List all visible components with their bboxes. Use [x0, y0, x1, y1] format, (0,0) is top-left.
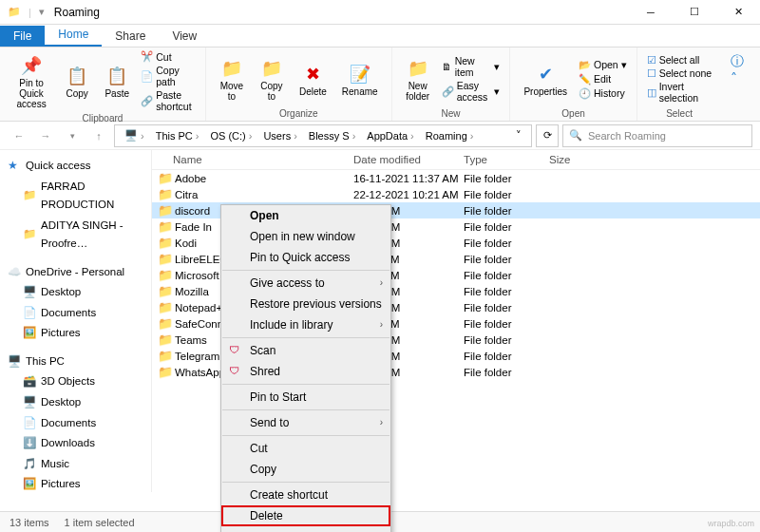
easyaccess-icon: 🔗 [442, 86, 454, 98]
nav-thispc[interactable]: 🖥️This PC [4, 352, 147, 372]
ctx-rename[interactable]: Rename [221, 526, 390, 532]
nav-pane: ★Quick access 📁FARRAD PRODUCTION 📁ADITYA… [0, 150, 152, 492]
star-icon: ★ [8, 157, 21, 176]
nav-onedrive[interactable]: ☁️OneDrive - Personal [4, 262, 147, 283]
copy-button[interactable]: 📋Copy [59, 49, 95, 113]
ctx-pin-start[interactable]: Pin to Start [221, 387, 390, 408]
shield-icon: 🛡 [229, 365, 239, 376]
newfolder-button[interactable]: 📁New folder [400, 49, 436, 108]
nav-downloads[interactable]: ⬇️Downloads [4, 433, 147, 454]
nav-recent[interactable]: ▾ [61, 124, 84, 147]
copy-path-button[interactable]: 📄Copy path [139, 64, 198, 88]
cut-button[interactable]: ✂️Cut [139, 49, 198, 64]
column-headers[interactable]: Name Date modified Type Size [152, 150, 760, 170]
folder-icon: 📁 [158, 300, 173, 314]
nav-back[interactable]: ← [8, 124, 30, 147]
nav-pictures[interactable]: 🖼️Pictures [4, 474, 147, 492]
nav-3d-objects[interactable]: 🗃️3D Objects [4, 371, 147, 392]
col-modified[interactable]: Date modified [353, 154, 464, 165]
newitem-button[interactable]: 🗎New item ▾ [440, 54, 503, 79]
breadcrumb-segment[interactable]: This PC › [150, 128, 205, 143]
nav-pictures[interactable]: 🖼️Pictures [4, 323, 147, 344]
ctx-include[interactable]: Include in library› [221, 314, 390, 335]
ribbon-help-button[interactable]: ⓘ ˄ [721, 48, 760, 121]
search-input[interactable]: 🔍Search Roaming [562, 124, 752, 147]
ctx-cut[interactable]: Cut [221, 438, 390, 459]
breadcrumb-segment[interactable]: Roaming › [420, 128, 480, 143]
folder-icon: 📁 [158, 316, 173, 331]
breadcrumb-segment[interactable]: OS (C:) › [204, 128, 257, 143]
nav-up[interactable]: ↑ [87, 124, 110, 147]
chevron-right-icon: › [380, 319, 383, 330]
qat-dropdown[interactable]: ▾ [39, 6, 54, 18]
breadcrumb-dropdown[interactable]: ˅ [510, 127, 527, 143]
ctx-new-window[interactable]: Open in new window [221, 226, 390, 247]
folder-icon: 📁 [158, 332, 173, 347]
ribbon: 📌Pin to Quick access 📋Copy 📋Paste ✂️Cut … [0, 48, 760, 122]
shield-icon: 🛡 [229, 344, 239, 355]
folder-icon: 📁 [158, 219, 173, 234]
col-name[interactable]: Name [173, 154, 353, 165]
ctx-shred[interactable]: 🛡Shred [221, 361, 390, 382]
ctx-restore[interactable]: Restore previous versions [221, 294, 390, 314]
rename-button[interactable]: 📝Rename [336, 49, 384, 108]
paste-button[interactable]: 📋Paste [99, 49, 135, 113]
moveto-button[interactable]: 📁Move to [214, 49, 250, 108]
edit-button[interactable]: ✏️Edit [577, 72, 629, 86]
context-menu: Open Open in new window Pin to Quick acc… [220, 204, 391, 532]
ctx-shortcut[interactable]: Create shortcut [221, 484, 390, 505]
status-count: 13 items [10, 517, 49, 528]
nav-desktop[interactable]: 🖥️Desktop [4, 282, 147, 303]
ribbon-clipboard: 📌Pin to Quick access 📋Copy 📋Paste ✂️Cut … [0, 48, 206, 121]
addressbar: ← → ▾ ↑ 🖥️ › This PC ›OS (C:) ›Users ›Bl… [0, 122, 760, 150]
selectnone-button[interactable]: ☐Select none [645, 66, 714, 80]
breadcrumb[interactable]: 🖥️ › This PC ›OS (C:) ›Users ›Blessy S ›… [114, 124, 532, 147]
col-type[interactable]: Type [464, 154, 549, 165]
ctx-copy[interactable]: Copy [221, 459, 390, 480]
nav-desktop[interactable]: 🖥️Desktop [4, 392, 147, 413]
breadcrumb-segment[interactable]: Users › [257, 128, 302, 143]
tab-home[interactable]: Home [45, 24, 102, 47]
nav-forward[interactable]: → [34, 124, 57, 147]
pin-quick-access-button[interactable]: 📌Pin to Quick access [8, 49, 55, 113]
tab-file[interactable]: File [0, 26, 45, 47]
invert-button[interactable]: ◫Invert selection [645, 80, 714, 104]
nav-farrad[interactable]: 📁FARRAD PRODUCTION [4, 177, 147, 216]
breadcrumb-segment[interactable]: Blessy S › [303, 128, 361, 143]
titlebar: 📁 | ▾ Roaming ─ ☐ ✕ [0, 0, 760, 25]
nav-quick-access[interactable]: ★Quick access [4, 156, 147, 177]
ctx-delete[interactable]: Delete [221, 505, 390, 526]
minimize-button[interactable]: ─ [629, 0, 673, 25]
ribbon-organize: 📁Move to 📁Copy to ✖Delete 📝Rename Organi… [206, 48, 392, 121]
nav-music[interactable]: 🎵Music [4, 454, 147, 475]
properties-button[interactable]: ✔︎Properties [518, 49, 573, 108]
copyto-button[interactable]: 📁Copy to [254, 49, 290, 108]
history-button[interactable]: 🕘History [577, 86, 629, 101]
easyaccess-button[interactable]: 🔗Easy access ▾ [440, 79, 503, 104]
edit-icon: ✏️ [579, 73, 591, 86]
ctx-scan[interactable]: 🛡Scan [221, 340, 390, 361]
file-row[interactable]: 📁Citra22-12-2021 10:21 AMFile folder [152, 186, 760, 202]
nav-aditya[interactable]: 📁ADITYA SINGH - Proofre… [4, 216, 147, 255]
ctx-give-access[interactable]: Give access to› [221, 273, 390, 294]
ctx-pin-quick[interactable]: Pin to Quick access [221, 247, 390, 268]
paste-shortcut-button[interactable]: 🔗Paste shortcut [139, 88, 198, 113]
refresh-button[interactable]: ⟳ [536, 124, 559, 147]
delete-button[interactable]: ✖Delete [294, 49, 332, 108]
copypath-icon: 📄 [141, 70, 153, 83]
ctx-open[interactable]: Open [221, 205, 390, 226]
nav-documents[interactable]: 📄Documents [4, 413, 147, 434]
ctx-sendto[interactable]: Send to› [221, 412, 390, 433]
breadcrumb-root-icon[interactable]: 🖥️ › [119, 127, 150, 143]
folder-icon: 📁 [158, 268, 173, 282]
close-button[interactable]: ✕ [716, 0, 760, 25]
col-size[interactable]: Size [549, 154, 606, 165]
maximize-button[interactable]: ☐ [673, 0, 716, 25]
tab-share[interactable]: Share [102, 26, 159, 47]
open-button[interactable]: 📂Open ▾ [577, 58, 629, 72]
breadcrumb-segment[interactable]: AppData › [361, 128, 419, 143]
nav-documents[interactable]: 📄Documents [4, 303, 147, 324]
file-row[interactable]: 📁Adobe16-11-2021 11:37 AMFile folder [152, 170, 760, 186]
selectall-button[interactable]: ☑︎Select all [645, 53, 714, 66]
tab-view[interactable]: View [159, 26, 210, 47]
